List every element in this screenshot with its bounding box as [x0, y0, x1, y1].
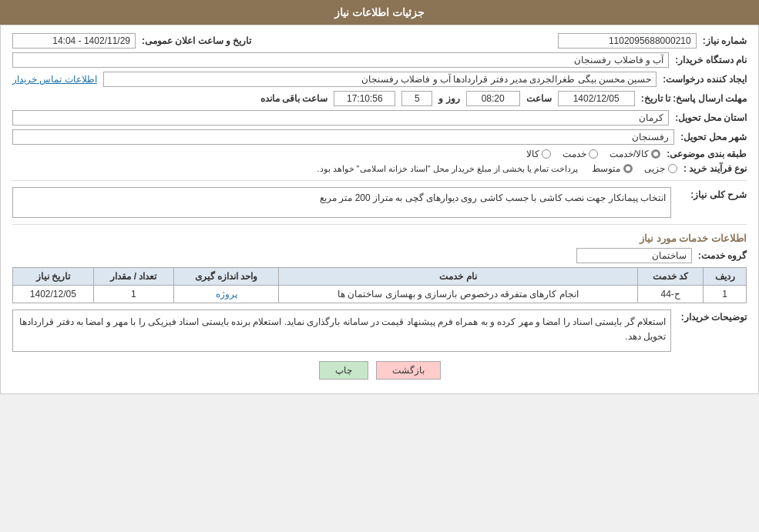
purchase-motavasset-label: متوسط	[592, 163, 620, 174]
org-name-label: نام دستگاه خریدار:	[675, 55, 747, 65]
table-row: 1 ح-44 انجام کارهای متفرقه درخصوص بازساز…	[13, 286, 747, 303]
page-title: جزئیات اطلاعات نیاز	[334, 6, 425, 18]
deadline-date: 1402/12/05	[558, 91, 635, 106]
col-date: تاریخ نیاز	[13, 268, 94, 286]
city-value: رفسنجان	[12, 129, 674, 145]
radio-kala-khedmat-circle	[651, 149, 660, 159]
need-desc-value: انتخاب پیمانکار جهت نصب کاشی با جسب کاشی…	[12, 187, 671, 218]
back-button[interactable]: بازگشت	[376, 361, 441, 380]
cell-date: 1402/12/05	[13, 286, 94, 303]
purchase-jozei-label: جزیی	[644, 163, 665, 174]
purchase-type-label: نوع فرآیند خرید :	[683, 163, 747, 174]
radio-khedmat[interactable]: خدمت	[563, 149, 598, 159]
services-table: ردیف کد خدمت نام خدمت واحد اندازه گیری ت…	[12, 267, 747, 303]
print-button[interactable]: چاپ	[319, 361, 368, 380]
radio-khedmat-label: خدمت	[563, 149, 586, 159]
col-service-name: نام خدمت	[278, 268, 637, 286]
requester-value: حسین محسن بیگی طغرالجردی مدیر دفتر قرارد…	[103, 72, 657, 87]
col-row-number: ردیف	[704, 268, 747, 286]
deadline-time: 08:20	[466, 91, 520, 106]
buyer-notes-value: استعلام گر بایستی اسناد را امضا و مهر کر…	[12, 309, 671, 352]
radio-kala-khedmat[interactable]: کالا/خدمت	[610, 149, 660, 159]
category-radio-group: کالا/خدمت خدمت کالا	[526, 149, 660, 159]
radio-kala-khedmat-label: کالا/خدمت	[610, 149, 649, 159]
divider-1	[12, 180, 747, 181]
buyer-notes-label: توضیحات خریدار:	[677, 312, 747, 323]
purchase-motavasset-circle	[623, 164, 633, 173]
divider-2	[12, 224, 747, 225]
col-service-code: کد خدمت	[638, 268, 704, 286]
purchase-jozei-circle	[668, 164, 677, 173]
category-label: طبقه بندی موضوعی:	[667, 149, 747, 159]
services-section-title: اطلاعات خدمات مورد نیاز	[12, 233, 747, 244]
radio-kala[interactable]: کالا	[526, 149, 551, 159]
deadline-remaining: 17:10:56	[334, 91, 395, 106]
contact-link[interactable]: اطلاعات تماس خریدار	[12, 74, 97, 85]
cell-unit: پروژه	[174, 286, 279, 303]
cell-quantity: 1	[93, 286, 174, 303]
cell-row-number: 1	[704, 286, 747, 303]
deadline-time-label: ساعت	[526, 93, 552, 104]
radio-kala-label: کالا	[526, 149, 539, 159]
need-number-label: شماره نیاز:	[703, 35, 747, 46]
requester-label: ایجاد کننده درخواست:	[663, 74, 747, 85]
purchase-jozei[interactable]: جزیی	[644, 163, 677, 174]
col-unit: واحد اندازه گیری	[174, 268, 279, 286]
cell-service-code: ح-44	[638, 286, 704, 303]
page-header: جزئیات اطلاعات نیاز	[0, 0, 759, 25]
need-number-value: 1102095688000210	[558, 33, 697, 49]
deadline-label: مهلت ارسال پاسخ: تا تاریخ:	[641, 93, 747, 104]
need-desc-label: شرح کلی نیاز:	[677, 189, 747, 200]
purchase-type-group: جزیی متوسط	[592, 163, 677, 174]
org-name-value: آب و فاضلاب رفسنجان	[12, 52, 669, 68]
radio-khedmat-circle	[589, 149, 598, 159]
province-value: کرمان	[12, 110, 669, 125]
deadline-remaining-label: ساعت باقی مانده	[260, 93, 328, 104]
province-label: استان محل تحویل:	[675, 112, 747, 123]
col-quantity: تعداد / مقدار	[93, 268, 174, 286]
service-group-value: ساختمان	[576, 248, 692, 263]
bottom-buttons: بازگشت چاپ	[12, 361, 747, 380]
radio-kala-circle	[542, 149, 551, 159]
city-label: شهر محل تحویل:	[680, 132, 747, 142]
purchase-motavasset[interactable]: متوسط	[592, 163, 633, 174]
service-group-label: گروه خدمت:	[698, 250, 747, 261]
deadline-days: 5	[401, 91, 432, 106]
public-announcement-value: 1402/11/29 - 14:04	[12, 33, 136, 49]
public-announcement-label: تاریخ و ساعت اعلان عمومی:	[142, 35, 251, 46]
cell-service-name: انجام کارهای متفرقه درخصوص بازسازی و بهس…	[278, 286, 637, 303]
purchase-note: پرداخت تمام یا بخشی از مبلغ خریدار محل "…	[317, 164, 578, 174]
deadline-days-label: روز و	[438, 93, 459, 104]
